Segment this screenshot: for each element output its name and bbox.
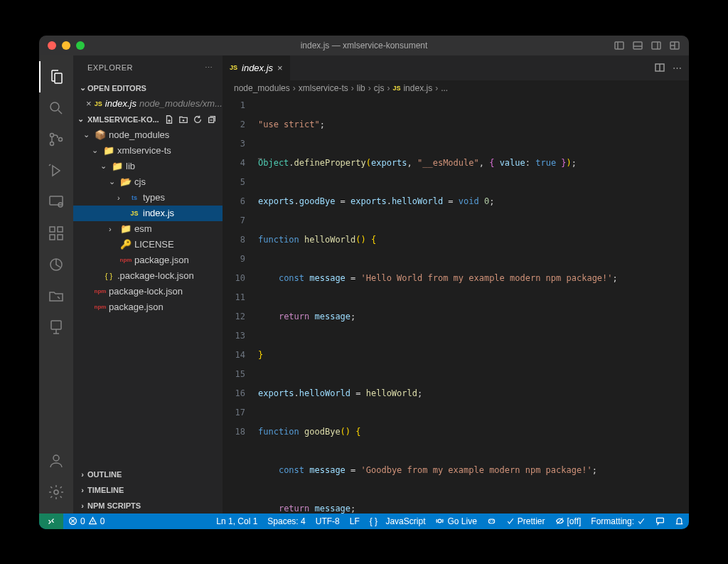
open-editor-item[interactable]: × JS index.js node_modules/xm... bbox=[73, 96, 223, 112]
close-window-button[interactable] bbox=[48, 41, 56, 50]
json-file-icon: { } bbox=[103, 272, 114, 280]
tree-file-package-lock-hidden[interactable]: { } .package-lock.json bbox=[73, 268, 223, 284]
split-editor-icon[interactable] bbox=[654, 62, 665, 73]
activity-explorer-icon[interactable] bbox=[39, 61, 73, 92]
code-editor[interactable]: 123456789101112131415161718 "use strict"… bbox=[223, 96, 689, 514]
editor-area: JS index.js × ⋯ node_modules› xmlservice… bbox=[223, 55, 689, 514]
status-bell-icon[interactable] bbox=[670, 516, 689, 526]
editor-tabs: JS index.js × ⋯ bbox=[223, 55, 689, 80]
svg-line-10 bbox=[58, 110, 62, 114]
panel-bottom-icon[interactable] bbox=[632, 40, 643, 51]
tree-folder-xmlservice-ts[interactable]: ⌄📁 xmlservice-ts bbox=[73, 143, 223, 159]
minimize-window-button[interactable] bbox=[62, 41, 70, 50]
activity-folder-icon[interactable] bbox=[39, 280, 73, 312]
tree-folder-types[interactable]: ›ts types bbox=[73, 190, 223, 206]
open-editors-section[interactable]: ⌄ OPEN EDITORS bbox=[73, 80, 223, 96]
close-tab-icon[interactable]: × bbox=[277, 63, 283, 73]
svg-rect-15 bbox=[50, 196, 63, 205]
explorer-title: EXPLORER bbox=[87, 63, 133, 72]
timeline-section[interactable]: › TIMELINE bbox=[73, 482, 223, 498]
panel-left-icon[interactable] bbox=[614, 40, 625, 51]
svg-point-26 bbox=[54, 490, 58, 494]
panel-right-icon[interactable] bbox=[651, 40, 662, 51]
tree-file-package-lock[interactable]: npm package-lock.json bbox=[73, 284, 223, 299]
breadcrumb[interactable]: node_modules› xmlservice-ts› lib› cjs› J… bbox=[223, 80, 689, 96]
layout-icon[interactable] bbox=[669, 40, 680, 51]
tab-more-icon[interactable]: ⋯ bbox=[673, 63, 682, 73]
open-editors-label: OPEN EDITORS bbox=[87, 84, 146, 92]
tree-file-package-json[interactable]: npm package.json bbox=[73, 252, 223, 268]
status-eye-off[interactable]: [off] bbox=[550, 516, 587, 526]
svg-point-11 bbox=[50, 133, 54, 137]
status-copilot[interactable] bbox=[482, 516, 501, 526]
activity-segment-icon[interactable] bbox=[39, 249, 73, 280]
svg-rect-17 bbox=[50, 227, 55, 232]
svg-rect-19 bbox=[58, 235, 63, 240]
status-encoding[interactable]: UTF-8 bbox=[311, 516, 345, 526]
svg-point-9 bbox=[50, 102, 59, 111]
status-spaces[interactable]: Spaces: 4 bbox=[262, 516, 310, 526]
svg-point-12 bbox=[50, 142, 54, 145]
titlebar-right-icons bbox=[614, 40, 680, 51]
tree-folder-node-modules[interactable]: ⌄📦 node_modules bbox=[73, 127, 223, 143]
tree-folder-lib[interactable]: ⌄📁 lib bbox=[73, 159, 223, 174]
editor-tab-index-js[interactable]: JS index.js × bbox=[223, 55, 291, 80]
js-file-icon: JS bbox=[95, 100, 102, 107]
tree-folder-esm[interactable]: ›📁 esm bbox=[73, 221, 223, 237]
svg-point-39 bbox=[439, 519, 442, 523]
status-eol[interactable]: LF bbox=[345, 516, 365, 526]
svg-point-25 bbox=[53, 455, 59, 461]
status-language[interactable]: { } JavaScript bbox=[365, 516, 431, 526]
status-feedback-icon[interactable] bbox=[651, 516, 670, 526]
activity-remote-explorer-icon[interactable] bbox=[39, 186, 73, 218]
svg-point-13 bbox=[59, 137, 63, 141]
tree-file-license[interactable]: 🔑 LICENSE bbox=[73, 237, 223, 252]
new-file-icon[interactable] bbox=[164, 115, 174, 124]
npm-scripts-section[interactable]: › NPM SCRIPTS bbox=[73, 498, 223, 514]
refresh-icon[interactable] bbox=[193, 115, 203, 124]
new-folder-icon[interactable] bbox=[178, 115, 188, 124]
activity-debug-icon[interactable] bbox=[39, 155, 73, 186]
outline-section[interactable]: › OUTLINE bbox=[73, 467, 223, 482]
tree-folder-cjs[interactable]: ⌄📂 cjs bbox=[73, 174, 223, 190]
tree-file-package[interactable]: npm package.json bbox=[73, 299, 223, 315]
timeline-label: TIMELINE bbox=[87, 486, 124, 494]
line-numbers: 123456789101112131415161718 bbox=[223, 96, 258, 514]
js-file-icon: JS bbox=[392, 85, 400, 92]
svg-rect-20 bbox=[58, 227, 63, 232]
npm-scripts-label: NPM SCRIPTS bbox=[87, 501, 141, 510]
svg-point-41 bbox=[490, 520, 491, 521]
remote-indicator[interactable] bbox=[39, 514, 63, 529]
close-icon[interactable]: × bbox=[86, 98, 92, 109]
activity-source-control-icon[interactable] bbox=[39, 124, 73, 155]
status-cursor-position[interactable]: Ln 1, Col 1 bbox=[211, 516, 262, 526]
activity-server-icon[interactable] bbox=[39, 312, 73, 343]
sidebar-header: EXPLORER ⋯ bbox=[73, 55, 223, 80]
svg-point-42 bbox=[492, 520, 493, 521]
file-tree: ⌄📦 node_modules ⌄📁 xmlservice-ts ⌄📁 lib … bbox=[73, 127, 223, 315]
status-errors[interactable]: 0 0 bbox=[63, 514, 109, 529]
sidebar: EXPLORER ⋯ ⌄ OPEN EDITORS × JS index.js … bbox=[73, 55, 223, 514]
js-file-icon: JS bbox=[129, 210, 140, 217]
open-editor-path: node_modules/xm... bbox=[139, 98, 223, 109]
status-prettier[interactable]: Prettier bbox=[501, 516, 550, 526]
status-go-live[interactable]: Go Live bbox=[430, 516, 481, 526]
project-section-header[interactable]: ⌄ XMLSERVICE-KO... bbox=[73, 112, 223, 127]
activity-bar bbox=[39, 55, 73, 514]
activity-search-icon[interactable] bbox=[39, 92, 73, 124]
svg-rect-40 bbox=[488, 519, 494, 523]
activity-extensions-icon[interactable] bbox=[39, 218, 73, 249]
open-editor-filename: index.js bbox=[105, 98, 136, 109]
tree-file-index-js[interactable]: JS index.js bbox=[73, 206, 223, 221]
js-file-icon: JS bbox=[230, 64, 237, 71]
code-content[interactable]: "use strict"; ⋯Object.defineProperty(exp… bbox=[258, 96, 689, 514]
status-formatting[interactable]: Formatting: bbox=[586, 516, 651, 526]
collapse-all-icon[interactable] bbox=[207, 115, 217, 124]
titlebar: index.js — xmlservice-konsument bbox=[39, 36, 689, 55]
activity-account-icon[interactable] bbox=[39, 445, 73, 477]
activity-settings-icon[interactable] bbox=[39, 477, 73, 508]
svg-rect-44 bbox=[657, 518, 664, 523]
sidebar-more-icon[interactable]: ⋯ bbox=[205, 63, 213, 73]
traffic-lights bbox=[48, 41, 85, 50]
maximize-window-button[interactable] bbox=[76, 41, 85, 50]
